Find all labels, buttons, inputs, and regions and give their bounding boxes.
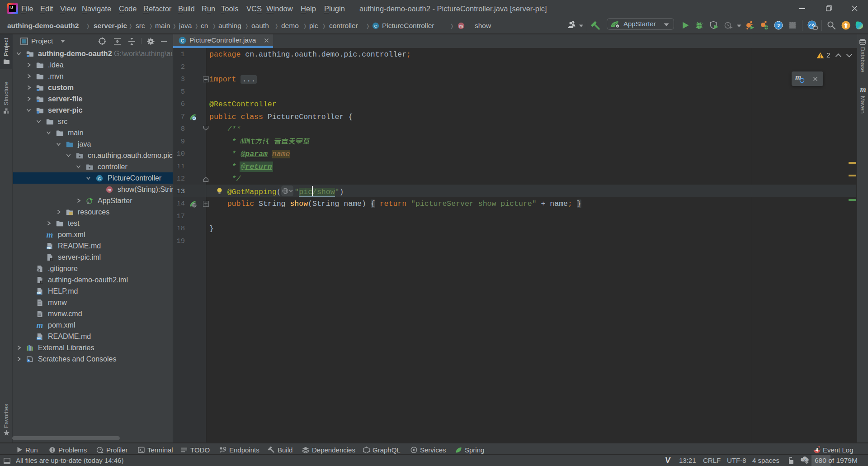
svg-text:C: C <box>374 24 377 29</box>
svg-text:MD: MD <box>47 246 51 249</box>
svg-text:m: m <box>459 24 463 29</box>
svg-text:?: ? <box>803 458 806 462</box>
svg-text:C: C <box>98 176 101 181</box>
svg-text:MD: MD <box>37 291 41 294</box>
svg-text:4: 4 <box>816 447 818 452</box>
svg-text:m: m <box>108 187 111 192</box>
svg-text:MD: MD <box>37 337 41 339</box>
svg-text:C: C <box>181 38 184 43</box>
